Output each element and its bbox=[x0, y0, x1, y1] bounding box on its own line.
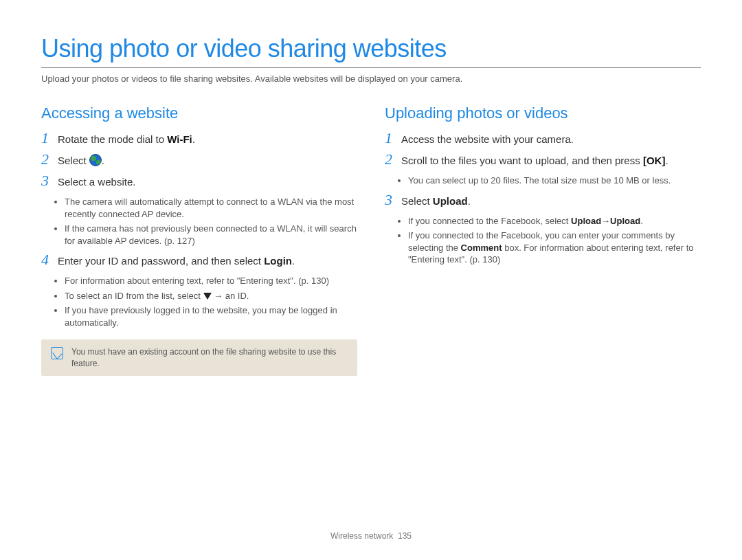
left-step-1: 1 Rotate the mode dial to Wi-Fi. bbox=[41, 132, 357, 146]
step-text: . bbox=[468, 195, 471, 207]
right-step-1: 1 Access the website with your camera. bbox=[385, 132, 701, 146]
left-step-4: 4 Enter your ID and password, and then s… bbox=[41, 254, 357, 268]
step-number: 4 bbox=[41, 252, 58, 267]
upload-label: Upload bbox=[571, 216, 601, 226]
accessing-heading: Accessing a website bbox=[41, 104, 357, 122]
step-number: 2 bbox=[41, 152, 58, 167]
step-number: 3 bbox=[385, 192, 401, 208]
right-step-2: 2 Scroll to the files you want to upload… bbox=[385, 153, 701, 168]
wifi-label-icon: Wi-Fi bbox=[167, 132, 192, 146]
bullet-item: If the camera has not previously been co… bbox=[65, 223, 357, 247]
step-text: Enter your ID and password, and then sel… bbox=[58, 255, 264, 267]
step-text: . bbox=[192, 133, 195, 145]
bullet-text: . bbox=[640, 216, 643, 226]
bullet-text: → an ID. bbox=[212, 291, 249, 301]
left-step-2: 2 Select . bbox=[41, 153, 357, 168]
down-triangle-icon bbox=[203, 293, 212, 300]
footer-section: Wireless network bbox=[330, 531, 393, 541]
upload-label: Upload bbox=[610, 216, 640, 226]
globe-icon bbox=[89, 154, 102, 166]
bullet-item: If you connected to the Facebook, select… bbox=[408, 215, 701, 227]
right-column: Uploading photos or videos 1 Access the … bbox=[385, 104, 701, 376]
step-text: Select bbox=[401, 195, 433, 207]
bullet-item: If you connected to the Facebook, you ca… bbox=[408, 229, 701, 266]
left-step-3: 3 Select a website. bbox=[41, 175, 357, 189]
login-label: Login bbox=[264, 255, 292, 267]
uploading-heading: Uploading photos or videos bbox=[385, 104, 701, 122]
bullet-item: If you have previously logged in to the … bbox=[65, 304, 357, 328]
arrow-icon: → bbox=[601, 215, 610, 227]
step-number: 1 bbox=[385, 131, 401, 146]
step-text: Select a website. bbox=[58, 176, 135, 188]
right-step-3-bullets: If you connected to the Facebook, select… bbox=[408, 215, 701, 266]
bullet-item: You can select up to 20 files. The total… bbox=[408, 175, 701, 187]
left-step-3-bullets: The camera will automatically attempt to… bbox=[65, 196, 357, 247]
bullet-item: The camera will automatically attempt to… bbox=[65, 196, 357, 220]
bullet-item: For information about entering text, ref… bbox=[65, 275, 357, 287]
page-title: Using photo or video sharing websites bbox=[41, 34, 701, 68]
upload-label: Upload bbox=[433, 195, 468, 207]
note-icon bbox=[51, 347, 63, 359]
step-number: 3 bbox=[41, 173, 58, 188]
left-step-4-bullets: For information about entering text, ref… bbox=[65, 275, 357, 328]
ok-key-label: [OK] bbox=[643, 153, 666, 168]
step-number: 1 bbox=[41, 131, 58, 146]
step-text: . bbox=[665, 155, 668, 166]
bullet-text: If you connected to the Facebook, select bbox=[408, 216, 571, 226]
step-text: Rotate the mode dial to bbox=[58, 133, 167, 145]
bullet-text: To select an ID from the list, select bbox=[65, 291, 203, 301]
page-intro: Upload your photos or videos to file sha… bbox=[41, 74, 701, 84]
content-columns: Accessing a website 1 Rotate the mode di… bbox=[41, 104, 701, 376]
note-box: You must have an existing account on the… bbox=[41, 339, 357, 375]
step-text: . bbox=[102, 155, 104, 166]
page-footer: Wireless network 135 bbox=[0, 531, 742, 541]
footer-page-number: 135 bbox=[398, 531, 412, 541]
bullet-item: To select an ID from the list, select → … bbox=[65, 290, 357, 302]
right-step-2-bullets: You can select up to 20 files. The total… bbox=[408, 175, 701, 187]
step-text: Access the website with your camera. bbox=[401, 133, 574, 145]
step-number: 2 bbox=[385, 152, 401, 167]
step-text: Scroll to the files you want to upload, … bbox=[401, 155, 643, 166]
note-text: You must have an existing account on the… bbox=[71, 346, 348, 368]
left-column: Accessing a website 1 Rotate the mode di… bbox=[41, 104, 357, 376]
comment-label: Comment bbox=[461, 243, 502, 253]
step-text: Select bbox=[58, 155, 89, 166]
right-step-3: 3 Select Upload. bbox=[385, 194, 701, 208]
step-text: . bbox=[292, 255, 295, 267]
